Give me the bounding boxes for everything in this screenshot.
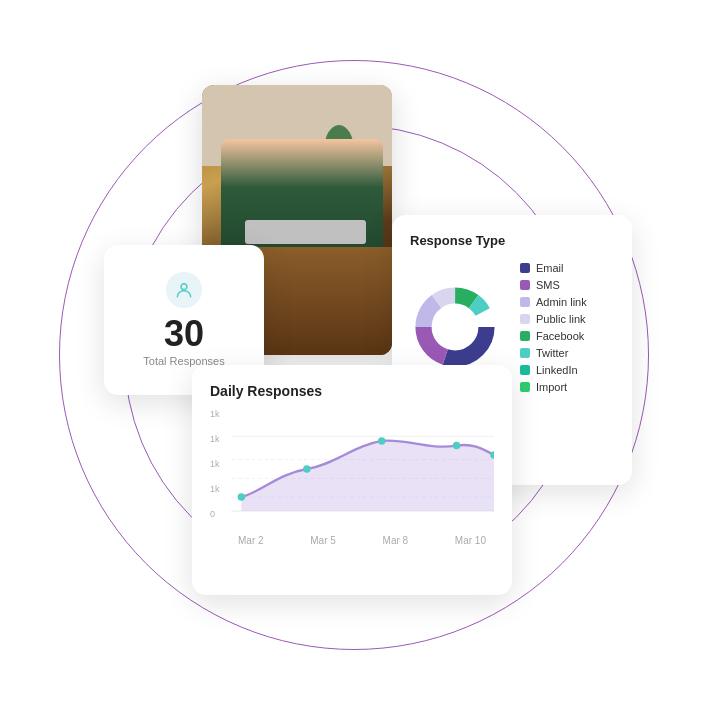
chart-area: 1k 1k 1k 1k 0: [210, 409, 494, 559]
legend-dot-admin: [520, 297, 530, 307]
chart-fill: [241, 440, 494, 511]
chart-dot-4: [453, 441, 460, 448]
chart-y-labels: 1k 1k 1k 1k 0: [210, 409, 220, 519]
legend-public-link: Public link: [520, 313, 587, 325]
legend-dot-facebook: [520, 331, 530, 341]
person-icon: [174, 280, 194, 300]
legend-sms: SMS: [520, 279, 587, 291]
response-type-title: Response Type: [410, 233, 614, 248]
chart-dot-3: [378, 437, 385, 444]
legend-facebook: Facebook: [520, 330, 587, 342]
donut-center: [433, 305, 476, 348]
legend-dot-import: [520, 382, 530, 392]
legend-import: Import: [520, 381, 587, 393]
legend-dot-linkedin: [520, 365, 530, 375]
chart-dot-1: [238, 493, 245, 500]
daily-responses-title: Daily Responses: [210, 383, 494, 399]
legend-admin-link: Admin link: [520, 296, 587, 308]
legend-dot-twitter: [520, 348, 530, 358]
legend-dot-public: [520, 314, 530, 324]
daily-responses-card: Daily Responses 1k 1k 1k 1k 0: [192, 365, 512, 595]
legend-linkedin: LinkedIn: [520, 364, 587, 376]
chart-dot-2: [303, 465, 310, 472]
svg-point-0: [181, 283, 187, 289]
total-responses-icon: [166, 272, 202, 308]
legend-email: Email: [520, 262, 587, 274]
legend-dot-email: [520, 263, 530, 273]
daily-chart-svg: [232, 409, 494, 529]
legend-twitter: Twitter: [520, 347, 587, 359]
chart-x-labels: Mar 2 Mar 5 Mar 8 Mar 10: [210, 533, 494, 546]
total-number: 30: [164, 314, 204, 354]
legend-dot-sms: [520, 280, 530, 290]
donut-chart: [410, 282, 500, 372]
legend-list: Email SMS Admin link Public link Faceboo…: [520, 262, 587, 393]
donut-svg: [410, 282, 500, 372]
scene: 30 Total Responses Daily Responses 1k 1k…: [44, 45, 664, 665]
